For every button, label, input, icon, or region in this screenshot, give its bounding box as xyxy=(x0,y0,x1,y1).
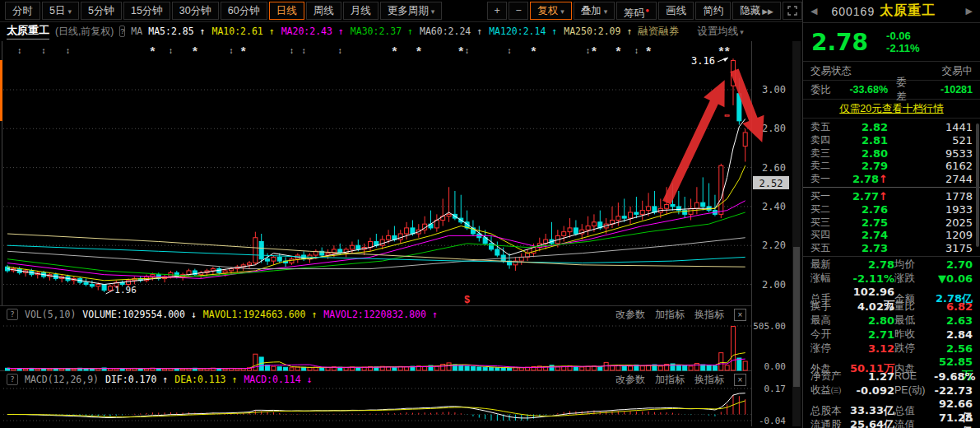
tool-button-简约[interactable]: 简约 xyxy=(695,2,731,20)
panel-button-换指标[interactable]: 换指标 xyxy=(694,308,724,322)
bid-row[interactable]: 买四2.741209 xyxy=(803,228,980,241)
panel-button-改参数[interactable]: 改参数 xyxy=(615,308,645,322)
stat-label: 涨跌 xyxy=(894,272,934,286)
tool-button-筹码[interactable]: 筹码● xyxy=(616,2,657,20)
svg-text:*: * xyxy=(241,44,246,58)
svg-text:↕: ↕ xyxy=(634,46,639,55)
help-icon[interactable]: ? xyxy=(7,309,18,320)
stat-label: 今开 xyxy=(810,328,848,342)
close-icon[interactable]: × xyxy=(734,374,746,386)
stat-label: 流值 xyxy=(894,418,934,428)
book-volume: 6162 xyxy=(888,160,973,172)
next-stock-icon[interactable]: ▶ xyxy=(964,6,975,16)
ask-row[interactable]: 卖五2.821441 xyxy=(803,120,980,133)
ma-values: MA5:2.85 ↑MA10:2.61 ↑MA20:2.43 ↑MA30:2.3… xyxy=(148,26,632,37)
period-tab-日线[interactable]: 日线 xyxy=(269,2,304,20)
book-level-label: 卖四 xyxy=(810,133,838,147)
svg-text:2.52: 2.52 xyxy=(759,178,783,189)
ask-row[interactable]: 卖二2.796162 xyxy=(803,159,980,172)
stat-value: 1.27 xyxy=(848,370,894,383)
svg-text:*: * xyxy=(150,44,155,58)
bid-row[interactable]: 买三2.752025 xyxy=(803,216,980,229)
double-arrow-icon: ▶▶ xyxy=(762,7,773,16)
stat-value: 2.63 xyxy=(934,314,973,327)
period-tab-15分钟[interactable]: 15分钟 xyxy=(123,2,170,20)
mavol2-value: MAVOL2:1220832.800 ↑ xyxy=(323,309,438,320)
svg-text:0.00: 0.00 xyxy=(764,361,787,372)
tool-button-画线[interactable]: 画线 xyxy=(658,2,694,20)
bid-row[interactable]: 买五2.733175 xyxy=(803,241,980,254)
book-price: 2.73 xyxy=(838,242,888,254)
svg-text:*: * xyxy=(718,44,723,58)
stat-label: PE(动) xyxy=(894,384,934,398)
level2-promo-link[interactable]: 仅需20元查看十档行情 xyxy=(839,102,943,116)
volume-indicator-name: VOL(5,10) xyxy=(25,309,76,320)
margin-trading-link[interactable]: 融资融券 xyxy=(638,25,679,39)
stat-value: -0.092 xyxy=(848,384,894,397)
period-tab-60分钟[interactable]: 60分钟 xyxy=(221,2,267,20)
zoom-in-button[interactable]: + xyxy=(487,2,507,20)
volume-value: VOLUME:1029554.000 ↓ xyxy=(82,309,197,320)
book-level-label: 卖一 xyxy=(810,172,838,186)
stat-row: 换手4.02%量比6.82 xyxy=(803,300,980,314)
stat-value: -9.68% xyxy=(934,370,976,383)
svg-text:$: $ xyxy=(464,294,470,305)
svg-text:↕: ↕ xyxy=(465,46,469,55)
book-price: 2.76 xyxy=(838,203,888,216)
ma-value-MA20: MA20:2.43 ↑ xyxy=(281,26,344,37)
zoom-out-button[interactable]: − xyxy=(509,2,528,20)
mavol1-value: MAVOL1:1924663.600 ↑ xyxy=(203,309,318,320)
stat-row: 总手102.96万金额2.78亿 xyxy=(803,286,980,300)
svg-text:2.00: 2.00 xyxy=(762,279,786,291)
chevron-down-icon: ▾ xyxy=(740,28,744,36)
down-arrow-icon: ↓ xyxy=(191,309,197,320)
period-tab-分时[interactable]: 分时 xyxy=(5,2,40,20)
prev-stock-icon[interactable]: ◀ xyxy=(808,6,820,16)
tool-button-隐藏[interactable]: 隐藏▶▶ xyxy=(732,2,781,20)
help-icon[interactable]: ? xyxy=(7,374,18,385)
help-icon[interactable]: ? xyxy=(119,26,125,37)
period-tab-5分钟[interactable]: 5分钟 xyxy=(81,2,122,20)
svg-text:505.00: 505.00 xyxy=(753,321,786,332)
bid-row[interactable]: 买一2.77↑1778 xyxy=(803,189,980,202)
period-tab-月线[interactable]: 月线 xyxy=(343,2,379,20)
panel-button-换指标[interactable]: 换指标 xyxy=(694,373,724,387)
panel-button-加指标[interactable]: 加指标 xyxy=(655,308,685,322)
stat-row: 净资产1.27ROE-9.68% xyxy=(803,370,980,384)
fullscreen-icon[interactable] xyxy=(783,2,802,20)
svg-text:2.80: 2.80 xyxy=(762,123,786,134)
period-tab-更多周期[interactable]: 更多周期▾ xyxy=(380,2,443,20)
bid-row[interactable]: 买二2.761933 xyxy=(803,202,980,216)
ask-row[interactable]: 卖一2.78↑2744 xyxy=(803,172,980,185)
chevron-down-icon: ▾ xyxy=(604,7,608,16)
svg-text:↕: ↕ xyxy=(302,46,306,55)
stat-row: 涨幅-2.11%涨跌▼0.06 xyxy=(803,272,980,286)
book-level-label: 卖二 xyxy=(810,159,838,173)
panel-button-改参数[interactable]: 改参数 xyxy=(615,373,645,387)
chart-region: 分时5日▾5分钟15分钟30分钟60分钟日线周线月线更多周期▾+−复权▾叠加▾筹… xyxy=(0,0,802,428)
panel-button-加指标[interactable]: 加指标 xyxy=(655,373,685,387)
ask-row[interactable]: 卖三2.809533 xyxy=(803,147,980,160)
book-price: 2.79 xyxy=(838,160,888,172)
stock-stats: 最新2.78均价2.70涨幅-2.11%涨跌▼0.06总手102.96万金额2.… xyxy=(803,256,980,426)
stat-value: 2.56 xyxy=(934,342,973,355)
close-icon[interactable]: × xyxy=(734,309,746,321)
ask-row[interactable]: 卖四2.81521 xyxy=(803,133,980,147)
stat-value: 4.02% xyxy=(848,300,894,313)
stat-value: 2.70 xyxy=(934,258,973,271)
period-tab-5日[interactable]: 5日▾ xyxy=(42,2,79,20)
candlestick-chart[interactable]: 3.002.802.602.402.202.00↕↕↕*↕*↕*↕↕↕***↕↕… xyxy=(0,40,802,428)
up-arrow-icon: ↑ xyxy=(879,173,888,185)
tool-button-叠加[interactable]: 叠加▾ xyxy=(574,2,615,20)
dif-value: DIF:0.170 ↑ xyxy=(105,374,168,385)
book-level-label: 卖五 xyxy=(810,120,838,134)
period-tab-30分钟[interactable]: 30分钟 xyxy=(172,2,219,20)
svg-text:*: * xyxy=(646,44,651,58)
stat-value: 2.80 xyxy=(848,314,894,327)
tool-button-复权[interactable]: 复权▾ xyxy=(530,2,572,20)
stat-label: 均价 xyxy=(894,258,934,272)
period-tab-周线[interactable]: 周线 xyxy=(306,2,341,20)
sidebar-scrollbar[interactable] xyxy=(976,123,979,247)
ma-settings-link[interactable]: 设置均线▾ xyxy=(697,25,744,39)
stat-label: ROE xyxy=(894,370,934,382)
